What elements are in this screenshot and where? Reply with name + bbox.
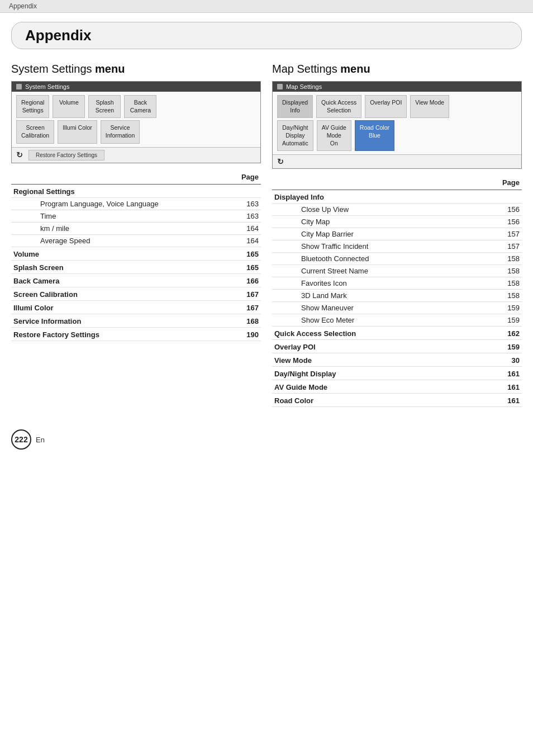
toc-entry: 3D Land Mark <box>272 290 477 302</box>
flag-icon <box>16 84 22 89</box>
two-column-layout: System Settings menu System Settings Reg… <box>0 63 533 407</box>
toc-page: 167 <box>229 300 261 314</box>
map-toc-col-page: Page <box>477 177 522 190</box>
left-column: System Settings menu System Settings Reg… <box>11 63 261 407</box>
map-back-icon[interactable]: ↻ <box>277 157 284 166</box>
language-indicator: En <box>36 436 45 444</box>
toc-page: 161 <box>477 380 522 394</box>
toc-page: 30 <box>477 353 522 367</box>
toc-entry: Displayed Info <box>272 190 477 204</box>
toc-page: 156 <box>477 204 522 216</box>
toc-entry: Volume <box>11 247 229 260</box>
btn-av-guide[interactable]: AV GuideModeOn <box>317 120 351 151</box>
toc-entry: Favorites Icon <box>272 277 477 290</box>
toc-entry: City Map <box>272 216 477 228</box>
page-title: Appendix <box>25 27 508 44</box>
toc-page: 162 <box>477 327 522 340</box>
mockup-row-2: ScreenCalibration Illumi Color ServiceIn… <box>16 120 256 143</box>
toc-page: 159 <box>477 314 522 327</box>
toc-entry: Splash Screen <box>11 260 229 273</box>
toc-entry: Show Eco Meter <box>272 314 477 327</box>
toc-page: 165 <box>229 260 261 273</box>
toc-page: 166 <box>229 273 261 287</box>
toc-entry: Restore Factory Settings <box>11 327 229 341</box>
toc-col-page: Page <box>229 171 261 185</box>
btn-service-information[interactable]: ServiceInformation <box>101 120 140 143</box>
toc-entry: AV Guide Mode <box>272 380 477 394</box>
mockup-title: System Settings <box>25 83 69 90</box>
toc-entry: Close Up View <box>272 204 477 216</box>
toc-page: 158 <box>477 265 522 277</box>
map-mockup-row-2: Day/NightDisplayAutomatic AV GuideModeOn… <box>277 120 517 151</box>
mockup-header: System Settings <box>12 82 260 92</box>
toc-entry: Road Color <box>272 394 477 407</box>
btn-back-camera[interactable]: BackCamera <box>124 95 156 118</box>
toc-entry: Day/Night Display <box>272 367 477 380</box>
btn-road-color[interactable]: Road ColorBlue <box>355 120 394 151</box>
btn-displayed-info[interactable]: DisplayedInfo <box>277 95 313 118</box>
map-mockup-body: DisplayedInfo Quick AccessSelection Over… <box>273 92 521 154</box>
toc-entry: Bluetooth Connected <box>272 253 477 265</box>
btn-empty <box>143 120 175 143</box>
toc-page: 168 <box>229 314 261 327</box>
btn-quick-access[interactable]: Quick AccessSelection <box>316 95 361 118</box>
toc-entry: Show Traffic Incident <box>272 240 477 253</box>
toc-entry: Quick Access Selection <box>272 327 477 340</box>
toc-page: 161 <box>477 367 522 380</box>
system-settings-title: System Settings menu <box>11 63 261 75</box>
toc-entry: Current Street Name <box>272 265 477 277</box>
map-toc-col-item <box>272 177 477 190</box>
toc-page: 158 <box>477 253 522 265</box>
toc-page: 164 <box>229 234 261 247</box>
toc-page <box>229 184 261 197</box>
toc-col-item <box>11 171 229 185</box>
page-footer: 222 En <box>0 418 533 455</box>
btn-screen-calibration[interactable]: ScreenCalibration <box>16 120 54 143</box>
btn-overlay-poi[interactable]: Overlay POI <box>365 95 407 118</box>
toc-entry: km / mile <box>11 222 229 234</box>
map-mockup-row-1: DisplayedInfo Quick AccessSelection Over… <box>277 95 517 118</box>
toc-page: 159 <box>477 340 522 353</box>
breadcrumb: Appendix <box>0 0 533 13</box>
mockup-footer: ↻ Restore Factory Settings <box>12 147 260 163</box>
map-mockup-header: Map Settings <box>273 82 521 92</box>
toc-entry: View Mode <box>272 353 477 367</box>
toc-entry: Service Information <box>11 314 229 327</box>
right-column: Map Settings menu Map Settings Displayed… <box>272 63 522 407</box>
toc-page <box>477 190 522 204</box>
toc-entry: City Map Barrier <box>272 228 477 240</box>
btn-volume[interactable]: Volume <box>53 95 85 118</box>
toc-entry: Show Maneuver <box>272 302 477 314</box>
toc-page: 163 <box>229 210 261 222</box>
back-icon[interactable]: ↻ <box>16 150 23 159</box>
toc-page: 190 <box>229 327 261 341</box>
btn-regional-settings[interactable]: RegionalSettings <box>16 95 49 118</box>
mockup-row-1: RegionalSettings Volume SplashScreen Bac… <box>16 95 256 118</box>
toc-page: 156 <box>477 216 522 228</box>
map-mockup-footer: ↻ <box>273 154 521 168</box>
toc-entry: Overlay POI <box>272 340 477 353</box>
toc-page: 157 <box>477 228 522 240</box>
map-settings-toc: Page Displayed InfoClose Up View156City … <box>272 177 522 407</box>
map-settings-title: Map Settings menu <box>272 63 522 75</box>
btn-illumi-color[interactable]: Illumi Color <box>58 120 97 143</box>
toc-entry: Average Speed <box>11 234 229 247</box>
toc-entry: Illumi Color <box>11 300 229 314</box>
page-number: 222 <box>11 429 31 450</box>
breadcrumb-text: Appendix <box>9 2 37 10</box>
btn-restore-factory[interactable]: Restore Factory Settings <box>28 150 104 160</box>
toc-page: 161 <box>477 394 522 407</box>
btn-view-mode[interactable]: View Mode <box>410 95 449 118</box>
toc-page: 164 <box>229 222 261 234</box>
mockup-body: RegionalSettings Volume SplashScreen Bac… <box>12 92 260 147</box>
btn-day-night[interactable]: Day/NightDisplayAutomatic <box>277 120 313 151</box>
toc-page: 158 <box>477 290 522 302</box>
toc-entry: Screen Calibration <box>11 287 229 300</box>
system-settings-toc: Page Regional SettingsProgram Language, … <box>11 171 261 341</box>
btn-splash-screen[interactable]: SplashScreen <box>88 95 121 118</box>
toc-entry: Back Camera <box>11 273 229 287</box>
map-mockup-title: Map Settings <box>286 83 322 90</box>
main-title-banner: Appendix <box>11 22 522 49</box>
system-settings-mockup: System Settings RegionalSettings Volume … <box>11 81 261 163</box>
toc-entry: Regional Settings <box>11 184 229 197</box>
